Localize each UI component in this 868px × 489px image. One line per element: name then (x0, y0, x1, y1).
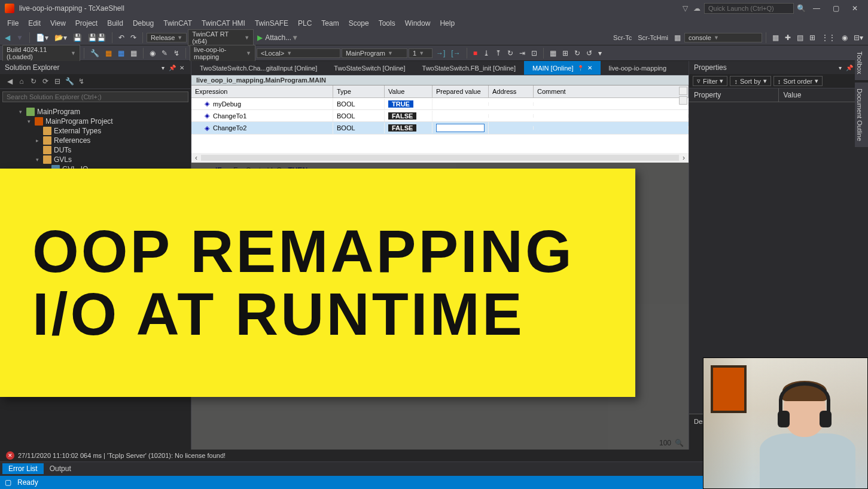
column-header[interactable]: Value (385, 85, 433, 97)
pin-icon[interactable]: 📌 (168, 63, 176, 72)
document-tab[interactable]: TwoStateSwitch [Online] (325, 61, 413, 75)
tree-item[interactable]: DUTs (0, 145, 191, 155)
pin-icon[interactable]: 📍 (577, 65, 584, 71)
prop-pin-icon[interactable]: 📌 (845, 63, 854, 72)
debug-icon-4[interactable]: ⇥ (517, 48, 528, 59)
tb2-icon-r4[interactable]: ↺ (584, 48, 595, 59)
column-header[interactable]: Prepared value (433, 85, 489, 97)
debug-icon-3[interactable]: ↻ (505, 48, 516, 59)
column-header[interactable]: Expression (191, 85, 333, 97)
menu-plc[interactable]: PLC (293, 18, 316, 29)
menu-twinsafe[interactable]: TwinSAFE (250, 18, 293, 29)
se-refresh-icon[interactable]: ⟳ (41, 77, 50, 86)
tb2-icon-r5[interactable]: ▾ (596, 48, 604, 59)
se-sync-icon[interactable]: ↻ (29, 77, 38, 86)
undo-button[interactable]: ↶ (116, 32, 127, 43)
tb1-icon-d[interactable]: ⊞ (807, 32, 818, 43)
bottom-tab-output[interactable]: Output (44, 463, 77, 474)
redo-button[interactable]: ↷ (128, 32, 139, 43)
var-table-body[interactable]: ◈ myDebugBOOLTRUE◈ ChangeTo1BOOLFALSE◈ C… (191, 98, 689, 153)
side-tab-toolbox[interactable]: Toolbox (855, 45, 868, 80)
document-tab[interactable]: TwoStateSwitch.FB_init [Online] (414, 61, 525, 75)
variable-row[interactable]: ◈ myDebugBOOLTRUE (191, 98, 689, 110)
debug-icon-1[interactable]: ⤓ (481, 48, 492, 59)
variable-watch-table[interactable]: ExpressionTypeValuePrepared valueAddress… (191, 85, 689, 163)
tb1-icon-g[interactable]: ⊟▾ (851, 32, 866, 43)
menu-scope[interactable]: Scope (344, 18, 374, 29)
stop-button[interactable]: ■ (471, 48, 480, 59)
tb2-icon-1[interactable]: 🔧 (88, 48, 102, 59)
project-combo[interactable]: live-oop-io-mapping▼ (190, 45, 255, 62)
step-combo[interactable]: 1▼ (409, 48, 433, 58)
filter-dropdown[interactable]: ▿ Filter ▾ (693, 76, 727, 86)
close-button[interactable]: ✕ (846, 2, 863, 14)
prop-menu-icon[interactable]: ▾ (836, 63, 844, 72)
se-a-icon[interactable]: ↯ (77, 77, 86, 86)
se-home-icon[interactable]: ⌂ (17, 77, 26, 86)
menu-debug[interactable]: Debug (128, 18, 159, 29)
variable-row[interactable]: ◈ ChangeTo1BOOLFALSE (191, 110, 689, 122)
tb1-icon-c[interactable]: ▤ (794, 32, 806, 43)
tree-item[interactable]: ▸References (0, 136, 191, 145)
side-tab-document-outline[interactable]: Document Outline (855, 82, 868, 147)
console-combo[interactable]: console▼ (684, 33, 762, 42)
tb2-icon-r1[interactable]: ▦ (547, 48, 559, 59)
sortby-dropdown[interactable]: ↕ Sort by ▾ (730, 76, 770, 86)
menu-edit[interactable]: Edit (23, 18, 45, 29)
menu-build[interactable]: Build (102, 18, 128, 29)
panel-close-icon[interactable]: ✕ (178, 63, 186, 72)
menu-window[interactable]: Window (400, 18, 435, 29)
menu-tools[interactable]: Tools (374, 18, 400, 29)
close-icon[interactable]: ✕ (587, 65, 592, 71)
menu-team[interactable]: Team (316, 18, 343, 29)
tb1-icon-a[interactable]: ▦ (770, 32, 781, 43)
tb1-icon-b[interactable]: ✚ (782, 32, 793, 43)
filter-icon[interactable]: ▽ (680, 4, 690, 13)
scroll-track[interactable] (201, 155, 679, 161)
save-all-button[interactable]: 💾💾 (86, 32, 108, 43)
document-tab[interactable]: MAIN [Online]📍✕ (524, 61, 600, 75)
column-header[interactable]: Comment (534, 85, 689, 97)
login-button[interactable]: →] (434, 48, 447, 59)
scr-tc-label[interactable]: Scr-Tc (611, 34, 634, 41)
column-header[interactable]: Address (489, 85, 534, 97)
open-button[interactable]: 📂▾ (52, 32, 69, 43)
tb2-icon-r2[interactable]: ⊞ (560, 48, 571, 59)
tree-item[interactable]: ▾GVLs (0, 155, 191, 164)
debug-icon-2[interactable]: ⤒ (493, 48, 504, 59)
tb2-icon-4[interactable]: ▦ (128, 48, 139, 59)
menu-project[interactable]: Project (71, 18, 102, 29)
console-icon[interactable]: ▦ (672, 32, 683, 43)
solution-search-input[interactable] (2, 91, 188, 102)
scr-tchmi-label[interactable]: Scr-TcHmi (635, 34, 671, 41)
tb1-icon-f[interactable]: ◉ (839, 32, 850, 43)
scroll-left-icon[interactable]: ‹ (191, 154, 201, 162)
menu-twincat-hmi[interactable]: TwinCAT HMI (197, 18, 250, 29)
menu-view[interactable]: View (45, 18, 71, 29)
tree-item[interactable]: External Types (0, 126, 191, 136)
configuration-combo[interactable]: Release▼ (147, 33, 187, 42)
column-header[interactable]: Type (333, 85, 385, 97)
se-wrench-icon[interactable]: 🔧 (65, 77, 74, 86)
tree-item[interactable]: ▾MainProgram Project (0, 117, 191, 126)
minimize-button[interactable]: — (808, 2, 825, 14)
forward-nav-button[interactable]: ▼ (14, 32, 26, 43)
scroll-right-icon[interactable]: › (679, 154, 689, 162)
debug-icon-5[interactable]: ⊡ (529, 48, 540, 59)
back-nav-button[interactable]: ◀ (2, 32, 13, 43)
tb2-icon-5[interactable]: ◉ (147, 48, 158, 59)
cloud-icon[interactable]: ☁ (692, 4, 702, 13)
tb2-icon-6[interactable]: ✎ (159, 48, 170, 59)
menu-file[interactable]: File (2, 18, 23, 29)
horiz-scrollbar[interactable]: ‹ › (191, 153, 689, 163)
maximize-button[interactable]: ▢ (827, 2, 844, 14)
tb1-icon-e[interactable]: ⋮⋮ (819, 32, 838, 43)
save-button[interactable]: 💾 (71, 32, 84, 43)
logout-button[interactable]: [→ (449, 48, 462, 59)
target-combo[interactable]: <Local>▼ (257, 48, 340, 58)
task-combo[interactable]: MainProgram▼ (342, 48, 407, 58)
tb2-icon-3[interactable]: ▦ (115, 48, 127, 59)
sortorder-dropdown[interactable]: ↕ Sort order ▾ (773, 76, 823, 86)
menu-help[interactable]: Help (435, 18, 459, 29)
se-collapse-icon[interactable]: ⊟ (53, 77, 62, 86)
